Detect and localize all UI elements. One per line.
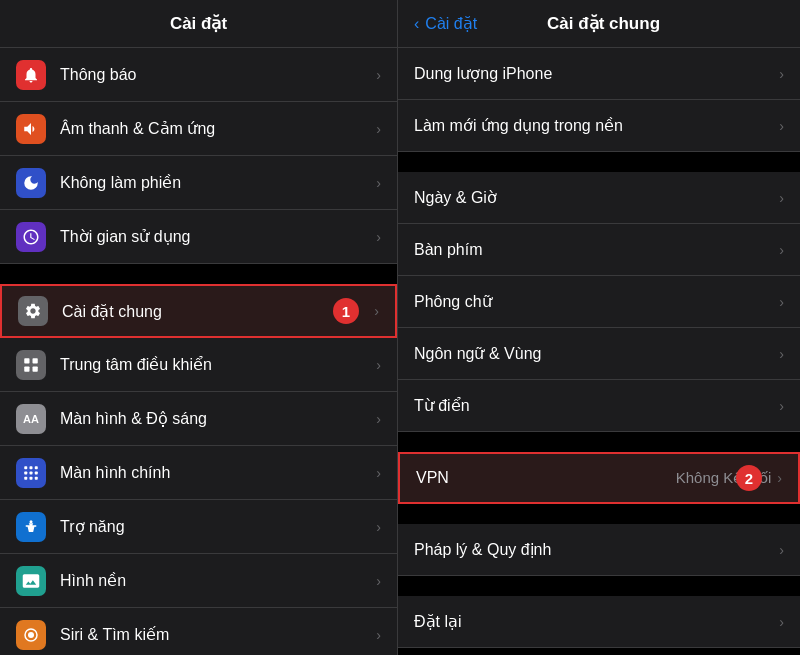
step1-badge: 1 bbox=[333, 298, 359, 324]
tu-dien-label: Từ điển bbox=[414, 396, 779, 415]
svg-rect-8 bbox=[30, 471, 33, 474]
hinh-nen-icon bbox=[16, 566, 46, 596]
phong-chu-label: Phông chữ bbox=[414, 292, 779, 311]
left-header: Cài đặt bbox=[0, 0, 397, 48]
right-spacer-4 bbox=[398, 576, 800, 596]
dat-lai-chevron: › bbox=[779, 614, 784, 630]
left-settings-list: Thông báo › Âm thanh & Cảm ứng › Không l… bbox=[0, 48, 397, 655]
right-group-3: VPN Không Kết nối 2 › bbox=[398, 452, 800, 504]
right-row-ngay-gio[interactable]: Ngày & Giờ › bbox=[398, 172, 800, 224]
ban-phim-chevron: › bbox=[779, 242, 784, 258]
right-row-phong-chu[interactable]: Phông chữ › bbox=[398, 276, 800, 328]
man-hinh-chinh-label: Màn hình chính bbox=[60, 464, 370, 482]
ngon-ngu-label: Ngôn ngữ & Vùng bbox=[414, 344, 779, 363]
tro-nang-label: Trợ năng bbox=[60, 517, 370, 536]
svg-rect-3 bbox=[33, 366, 38, 371]
dung-luong-label: Dung lượng iPhone bbox=[414, 64, 779, 83]
thoi-gian-label: Thời gian sử dụng bbox=[60, 227, 370, 246]
svg-point-15 bbox=[28, 632, 34, 638]
sidebar-item-thoi-gian[interactable]: Thời gian sử dụng › bbox=[0, 210, 397, 264]
right-row-vpn[interactable]: VPN Không Kết nối 2 › bbox=[398, 452, 800, 504]
sidebar-item-hinh-nen[interactable]: Hình nền › bbox=[0, 554, 397, 608]
back-arrow-icon: ‹ bbox=[414, 15, 419, 33]
right-spacer-2 bbox=[398, 432, 800, 452]
svg-rect-11 bbox=[30, 476, 33, 479]
right-spacer-3 bbox=[398, 504, 800, 524]
right-row-phap-ly[interactable]: Pháp lý & Quy định › bbox=[398, 524, 800, 576]
svg-rect-5 bbox=[30, 466, 33, 469]
hinh-nen-label: Hình nền bbox=[60, 571, 370, 590]
right-row-ngon-ngu[interactable]: Ngôn ngữ & Vùng › bbox=[398, 328, 800, 380]
svg-rect-10 bbox=[24, 476, 27, 479]
ban-phim-label: Bàn phím bbox=[414, 241, 779, 259]
dung-luong-chevron: › bbox=[779, 66, 784, 82]
lam-moi-chevron: › bbox=[779, 118, 784, 134]
siri-chevron: › bbox=[376, 627, 381, 643]
man-hinh-icon: AA bbox=[16, 404, 46, 434]
right-settings-list: Dung lượng iPhone › Làm mới ứng dụng tro… bbox=[398, 48, 800, 655]
trung-tam-label: Trung tâm điều khiển bbox=[60, 355, 370, 374]
right-header: ‹ Cài đặt Cài đặt chung bbox=[398, 0, 800, 48]
cai-dat-chung-label: Cài đặt chung bbox=[62, 302, 368, 321]
step2-badge: 2 bbox=[736, 465, 762, 491]
khong-lam-phien-label: Không làm phiền bbox=[60, 173, 370, 192]
vpn-label: VPN bbox=[416, 469, 676, 487]
siri-icon bbox=[16, 620, 46, 650]
tro-nang-chevron: › bbox=[376, 519, 381, 535]
right-group-2: Ngày & Giờ › Bàn phím › Phông chữ › Ngôn… bbox=[398, 172, 800, 432]
man-hinh-chinh-chevron: › bbox=[376, 465, 381, 481]
ngay-gio-label: Ngày & Giờ bbox=[414, 188, 779, 207]
back-label[interactable]: Cài đặt bbox=[425, 14, 477, 33]
phap-ly-label: Pháp lý & Quy định bbox=[414, 540, 779, 559]
left-title: Cài đặt bbox=[170, 13, 227, 34]
svg-rect-2 bbox=[24, 366, 29, 371]
hinh-nen-chevron: › bbox=[376, 573, 381, 589]
right-group-4: Pháp lý & Quy định › bbox=[398, 524, 800, 576]
man-hinh-chinh-icon bbox=[16, 458, 46, 488]
phap-ly-chevron: › bbox=[779, 542, 784, 558]
left-group-1: Thông báo › Âm thanh & Cảm ứng › Không l… bbox=[0, 48, 397, 264]
thong-bao-icon bbox=[16, 60, 46, 90]
svg-rect-9 bbox=[35, 471, 38, 474]
dat-lai-label: Đặt lại bbox=[414, 612, 779, 631]
left-spacer-1 bbox=[0, 264, 397, 284]
khong-lam-phien-icon bbox=[16, 168, 46, 198]
right-row-ban-phim[interactable]: Bàn phím › bbox=[398, 224, 800, 276]
am-thanh-icon bbox=[16, 114, 46, 144]
svg-rect-1 bbox=[33, 358, 38, 363]
ngay-gio-chevron: › bbox=[779, 190, 784, 206]
svg-rect-12 bbox=[35, 476, 38, 479]
vpn-chevron: › bbox=[777, 470, 782, 486]
right-panel: ‹ Cài đặt Cài đặt chung Dung lượng iPhon… bbox=[398, 0, 800, 655]
left-group-2: Cài đặt chung 1 › Trung tâm điều khiển ›… bbox=[0, 284, 397, 655]
right-row-dat-lai[interactable]: Đặt lại › bbox=[398, 596, 800, 648]
tro-nang-icon bbox=[16, 512, 46, 542]
siri-label: Siri & Tìm kiếm bbox=[60, 625, 370, 644]
sidebar-item-siri[interactable]: Siri & Tìm kiếm › bbox=[0, 608, 397, 655]
sidebar-item-man-hinh[interactable]: AA Màn hình & Độ sáng › bbox=[0, 392, 397, 446]
am-thanh-chevron: › bbox=[376, 121, 381, 137]
right-row-tu-dien[interactable]: Từ điển › bbox=[398, 380, 800, 432]
sidebar-item-thong-bao[interactable]: Thông báo › bbox=[0, 48, 397, 102]
man-hinh-label: Màn hình & Độ sáng bbox=[60, 409, 370, 428]
svg-rect-4 bbox=[24, 466, 27, 469]
sidebar-item-trung-tam[interactable]: Trung tâm điều khiển › bbox=[0, 338, 397, 392]
right-title: Cài đặt chung bbox=[483, 13, 724, 34]
trung-tam-chevron: › bbox=[376, 357, 381, 373]
thong-bao-label: Thông báo bbox=[60, 66, 370, 84]
lam-moi-label: Làm mới ứng dụng trong nền bbox=[414, 116, 779, 135]
right-group-1: Dung lượng iPhone › Làm mới ứng dụng tro… bbox=[398, 48, 800, 152]
sidebar-item-tro-nang[interactable]: Trợ năng › bbox=[0, 500, 397, 554]
trung-tam-icon bbox=[16, 350, 46, 380]
cai-dat-chung-icon bbox=[18, 296, 48, 326]
svg-rect-6 bbox=[35, 466, 38, 469]
sidebar-item-man-hinh-chinh[interactable]: Màn hình chính › bbox=[0, 446, 397, 500]
svg-rect-0 bbox=[24, 358, 29, 363]
sidebar-item-cai-dat-chung[interactable]: Cài đặt chung 1 › bbox=[0, 284, 397, 338]
khong-lam-phien-chevron: › bbox=[376, 175, 381, 191]
right-row-lam-moi[interactable]: Làm mới ứng dụng trong nền › bbox=[398, 100, 800, 152]
svg-point-13 bbox=[30, 520, 33, 523]
sidebar-item-khong-lam-phien[interactable]: Không làm phiền › bbox=[0, 156, 397, 210]
sidebar-item-am-thanh[interactable]: Âm thanh & Cảm ứng › bbox=[0, 102, 397, 156]
right-row-dung-luong[interactable]: Dung lượng iPhone › bbox=[398, 48, 800, 100]
